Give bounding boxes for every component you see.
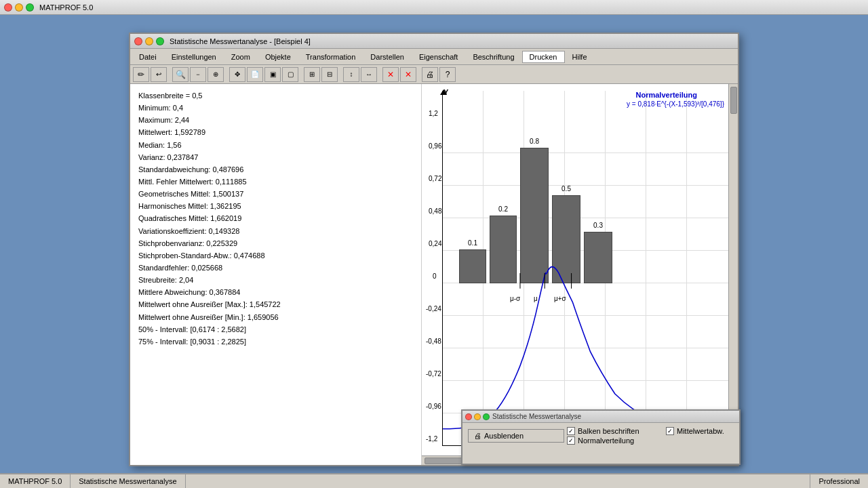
tb-snap-button[interactable]: ⊟ <box>321 67 338 82</box>
stat-standardfehler: Standardfehler: 0,025668 <box>138 262 413 274</box>
stat-quadratisches: Quadratisches Mittel: 1,662019 <box>138 212 413 224</box>
tb-zoom-in-button[interactable]: 🔍 <box>172 67 189 82</box>
win-close-button[interactable] <box>134 37 142 45</box>
stat-stichproben-std: Stichproben-Standard-Abw.: 0,474688 <box>138 249 413 262</box>
menu-datei[interactable]: Datei <box>132 51 164 63</box>
y-label--0-48: -0,48 <box>426 338 441 345</box>
bar-label-4: 0.3 <box>593 222 603 229</box>
outer-minimize-button[interactable] <box>15 3 23 12</box>
tb-undo-button[interactable]: ↩ <box>151 67 167 82</box>
sub-window-body: ✓ Balken beschriften ✓ Mittelwertabw. 🖨 … <box>462 423 739 449</box>
win-minimize-button[interactable] <box>145 37 153 45</box>
menu-beschriftung[interactable]: Beschriftung <box>465 51 521 63</box>
checkbox-mittelwert[interactable]: ✓ Mittelwertabw. <box>666 427 734 435</box>
bar-0 <box>459 249 486 283</box>
menu-objekte[interactable]: Objekte <box>258 51 298 63</box>
mu-sigma-plus-label: μ+σ <box>554 295 566 302</box>
tb-page-button[interactable]: 📄 <box>247 67 263 82</box>
v-scroll-thumb[interactable] <box>730 87 737 114</box>
tb-zoom-out-button[interactable]: － <box>190 67 206 82</box>
y-label--1-2: -1,2 <box>426 435 437 443</box>
menu-transformation[interactable]: Transformation <box>298 51 363 63</box>
ausblenden-icon: 🖨 <box>474 432 481 440</box>
tb-print-button[interactable]: 🖨 <box>422 67 438 82</box>
vertical-scrollbar[interactable] <box>728 84 738 455</box>
stat-mittelwert-min: Mittelwert ohne Ausreißer [Min.]: 1,6590… <box>138 311 413 323</box>
tb-grid-button[interactable]: ⊞ <box>304 67 320 82</box>
mu-sigma-label: μ-σ <box>510 295 520 302</box>
checkbox-nv-label: Normalverteilung <box>578 436 634 445</box>
menu-darstellen[interactable]: Darstellen <box>363 51 412 63</box>
y-label--0-96: -0,96 <box>426 403 441 410</box>
bar-4 <box>584 232 612 283</box>
checkbox-balken-box[interactable]: ✓ <box>567 427 575 435</box>
stat-mittelwert: Mittelwert: 1,592789 <box>138 126 413 138</box>
sub-win-maximize[interactable] <box>483 413 490 420</box>
sub-win-close[interactable] <box>465 413 472 420</box>
status-module: Statistische Messwertanalyse <box>71 474 185 488</box>
tb-move-button[interactable]: ✥ <box>229 67 245 82</box>
stat-standardabweichung: Standardabweichung: 0,487696 <box>138 163 413 176</box>
checkbox-balken-label: Balken beschriften <box>578 427 639 435</box>
menu-zoom[interactable]: Zoom <box>224 51 258 63</box>
window-titlebar: Statistische Messwertanalyse - [Beispiel… <box>130 34 738 49</box>
ausblenden-label: Ausblenden <box>484 432 524 440</box>
y-label--0-72: -0,72 <box>426 370 441 378</box>
win-maximize-button[interactable] <box>156 37 164 45</box>
checkbox-normalverteilung[interactable]: ✓ Normalverteilung <box>567 436 663 445</box>
sub-win-minimize[interactable] <box>474 413 481 420</box>
stat-intervall-50: 50% - Intervall: [0,6174 : 2,5682] <box>138 323 413 336</box>
checkbox-mittelwert-label: Mittelwertabw. <box>677 427 724 435</box>
tb-delete2-button[interactable]: ✕ <box>400 67 416 82</box>
tb-draw-button[interactable]: ✏ <box>133 67 149 82</box>
checkbox-balken[interactable]: ✓ Balken beschriften <box>567 427 663 435</box>
tb-flip-v-button[interactable]: ↔ <box>361 67 377 82</box>
y-label-0-96: 0,96 <box>429 142 441 150</box>
tb-crop-button[interactable]: ▣ <box>264 67 281 82</box>
outer-app-title: MATHPROF 5.0 <box>39 3 93 12</box>
stats-panel: Klassenbreite = 0,5 Minimum: 0,4 Maximum… <box>130 84 422 465</box>
sub-window: Statistische Messwertanalyse ✓ Balken be… <box>461 409 741 465</box>
menu-drucken[interactable]: Drucken <box>522 51 565 63</box>
checkbox-nv-box[interactable]: ✓ <box>567 436 575 445</box>
outer-close-button[interactable] <box>4 3 12 12</box>
outer-traffic-lights[interactable] <box>4 3 34 12</box>
tb-zoom-100-button[interactable]: ⊕ <box>208 67 224 82</box>
sub-window-title: Statistische Messwertanalyse <box>492 413 581 420</box>
menubar: Datei Einstellungen Zoom Objekte Transfo… <box>130 49 738 65</box>
grid-h-9 <box>442 152 731 153</box>
y-label-0-72: 0,72 <box>429 175 441 182</box>
win-traffic-lights[interactable] <box>134 37 164 45</box>
outer-maximize-button[interactable] <box>26 3 34 12</box>
menu-eigenschaft[interactable]: Eigenschaft <box>412 51 465 63</box>
stat-streubreite: Streubreite: 2,04 <box>138 274 413 286</box>
outer-titlebar: MATHPROF 5.0 <box>0 0 868 15</box>
tb-frame-button[interactable]: ▢ <box>282 67 298 82</box>
menu-hilfe[interactable]: Hilfe <box>565 51 595 63</box>
stat-harmonisches: Harmonisches Mittel: 1,362195 <box>138 200 413 212</box>
grid-v-4 <box>646 91 646 446</box>
sub-win-traffic-lights[interactable] <box>465 413 490 420</box>
tb-delete1-button[interactable]: ✕ <box>382 67 399 82</box>
stat-mittlere-abweichung: Mittlere Abweichung: 0,367884 <box>138 286 413 298</box>
mu-label: μ <box>534 295 538 302</box>
checkbox-mittelwert-box[interactable]: ✓ <box>666 427 674 435</box>
grid-h-8 <box>442 185 731 186</box>
bar-label-1: 0.2 <box>498 205 508 213</box>
ausblenden-button[interactable]: 🖨 Ausblenden <box>468 429 564 443</box>
stat-median: Median: 1,56 <box>138 139 413 151</box>
nv-title: Normalverteilung <box>636 91 697 99</box>
stat-mittl-fehler: Mittl. Fehler Mittelwert: 0,111885 <box>138 176 413 188</box>
toolbar: ✏ ↩ 🔍 － ⊕ ✥ 📄 ▣ ▢ ⊞ ⊟ ↕ ↔ ✕ ✕ 🖨 ? <box>130 65 738 84</box>
stat-varianz: Varianz: 0,237847 <box>138 151 413 163</box>
tb-help-button[interactable]: ? <box>439 67 456 82</box>
bar-1 <box>490 216 517 283</box>
menu-einstellungen[interactable]: Einstellungen <box>164 51 224 63</box>
y-label-0-48: 0,48 <box>429 207 441 215</box>
tb-flip-h-button[interactable]: ↕ <box>343 67 359 82</box>
y-axis <box>442 91 443 446</box>
grid-v-5 <box>686 91 687 446</box>
grid-h-7 <box>442 218 731 218</box>
bar-2 <box>520 148 549 283</box>
stat-mittelwert-max: Mittelwert ohne Ausreißer [Max.]: 1,5457… <box>138 298 413 310</box>
